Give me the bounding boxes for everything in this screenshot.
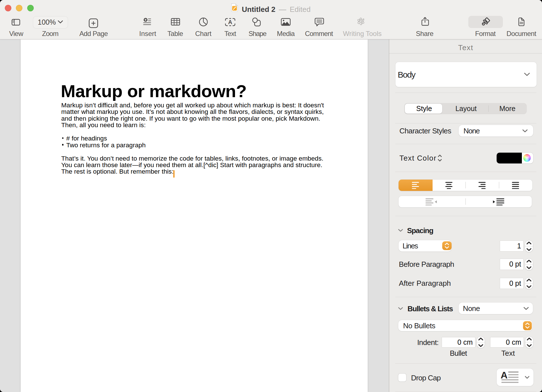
svg-text:A: A: [228, 19, 232, 25]
